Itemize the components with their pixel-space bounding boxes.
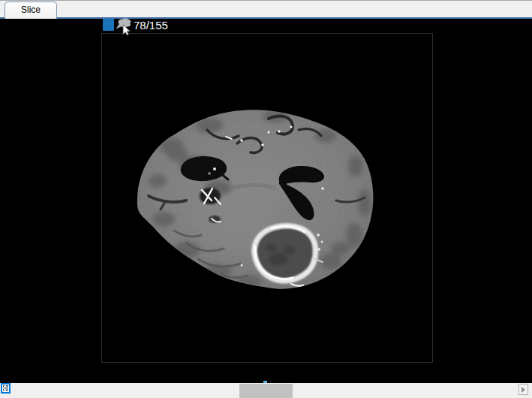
left-arrow-icon	[4, 385, 8, 391]
mri-slice-image[interactable]	[102, 34, 432, 362]
pin-button[interactable]	[114, 17, 134, 37]
right-arrow-icon	[521, 387, 525, 393]
app-window: Slice	[0, 0, 532, 398]
scrollbar-thumb[interactable]	[239, 384, 293, 398]
pin-icon	[114, 17, 134, 37]
tab-bar	[0, 0, 532, 17]
tab-slice-label: Slice	[21, 5, 41, 15]
slice-scrollbar-track[interactable]	[0, 383, 532, 398]
scrollbar-left-button[interactable]	[1, 383, 11, 393]
slice-view-color-swatch	[103, 19, 114, 31]
slice-counter: 78/155	[134, 20, 168, 32]
slice-render-area	[101, 33, 433, 363]
scrollbar-right-button[interactable]	[518, 384, 528, 395]
tab-slice[interactable]: Slice	[5, 2, 57, 19]
tab-pane-border	[0, 17, 532, 19]
